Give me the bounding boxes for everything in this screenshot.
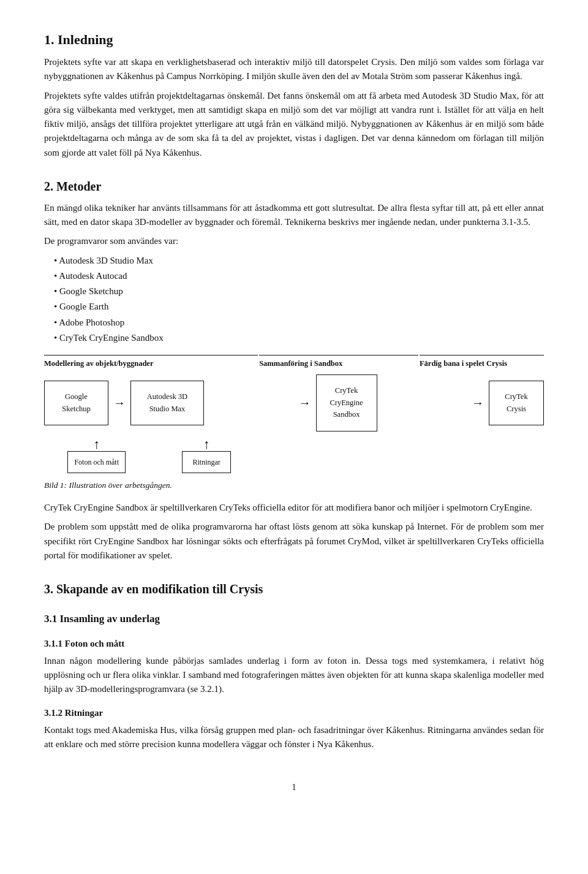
flow-box-crysis: CryTek Crysis [489, 381, 544, 425]
list-item: Autodesk 3D Studio Max [54, 254, 544, 268]
flow-box-ritningar: Ritningar [182, 451, 231, 474]
arrow-1: → [108, 393, 130, 412]
up-arrow-foton: ↑ [93, 438, 100, 451]
flow-box-cryengine: CryTek CryEngineSandbox [316, 374, 377, 431]
diagram-label-1: Modellering av objekt/byggnader [44, 355, 258, 370]
flow-box-autodesk-3ds: Autodesk 3D Studio Max [130, 381, 204, 425]
diagram-caption: Bild 1: Illustration över arbetsgången. [44, 479, 544, 492]
section31-heading: 3.1 Insamling av underlag [44, 611, 544, 627]
section312-para: Kontakt togs med Akademiska Hus, vilka f… [44, 723, 544, 752]
section311-para: Innan någon modellering kunde påbörjas s… [44, 654, 544, 697]
list-item: Google Sketchup [54, 284, 544, 298]
section312-heading: 3.1.2 Ritningar [44, 706, 544, 720]
up-arrow-ritningar: ↑ [203, 438, 210, 451]
section2-para2: CryTek CryEngine Sandbox är speltillverk… [44, 501, 544, 515]
flow-box-google-sketchup: Google Sketchup [44, 381, 108, 425]
section1-heading: 1. Inledning [44, 29, 544, 50]
diagram-label-3: Färdig bana i spelet Crysis [420, 355, 544, 370]
section3-heading: 3. Skapande av en modifikation till Crys… [44, 580, 544, 599]
section2-heading: 2. Metoder [44, 177, 544, 196]
workflow-diagram: Modellering av objekt/byggnader Sammanfö… [44, 355, 544, 473]
diagram-label-2: Sammanföring i Sandbox [259, 355, 418, 370]
section2-intro: De programvaror som användes var: [44, 234, 544, 248]
arrow-2: → [294, 393, 316, 412]
list-item: CryTek CryEngine Sandbox [54, 331, 544, 345]
section2-para3: De problem som uppstått med de olika pro… [44, 520, 544, 563]
list-item: Adobe Photoshop [54, 316, 544, 330]
section2-para1: En mängd olika tekniker har använts till… [44, 201, 544, 230]
section311-heading: 3.1.1 Foton och mått [44, 637, 544, 651]
section1-para2: Projektets syfte valdes utifrån projektd… [44, 89, 544, 160]
list-item: Google Earth [54, 300, 544, 314]
software-list: Autodesk 3D Studio Max Autodesk Autocad … [54, 254, 544, 346]
arrow-3: → [467, 393, 489, 412]
page-number: 1 [44, 781, 544, 794]
section1-para1: Projektets syfte var att skapa en verkli… [44, 55, 544, 84]
flow-box-foton: Foton och mått [67, 451, 126, 474]
list-item: Autodesk Autocad [54, 269, 544, 283]
